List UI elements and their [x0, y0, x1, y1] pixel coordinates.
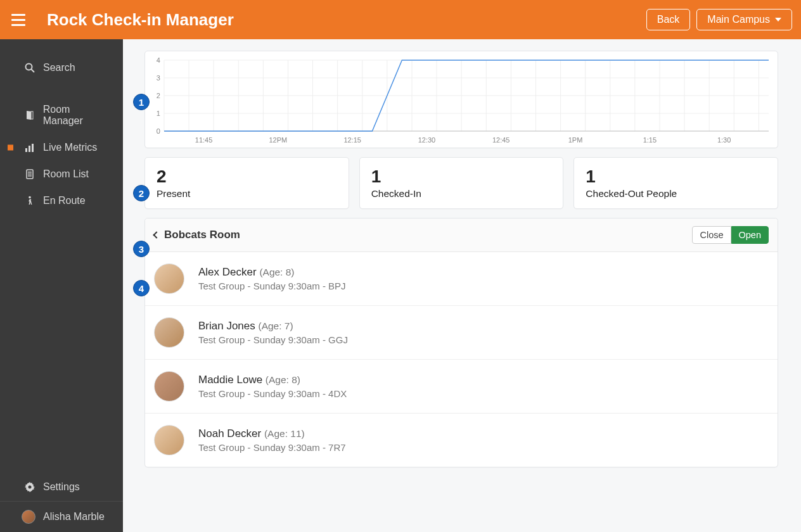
avatar: [154, 317, 184, 348]
campus-dropdown-label: Main Campus: [707, 14, 770, 25]
stat-label: Checked-In: [371, 188, 552, 200]
room-card: Bobcats Room Close Open Alex Decker (Age…: [144, 218, 778, 467]
sidebar-item-label: Live Metrics: [43, 142, 97, 153]
stat-value: 1: [586, 167, 766, 187]
stat-card[interactable]: 1Checked-In: [359, 157, 564, 209]
svg-text:2: 2: [157, 92, 160, 99]
close-button-label: Close: [700, 230, 723, 240]
svg-rect-4: [29, 146, 30, 152]
sidebar: Search Room Manager Live Metrics Room Li…: [0, 39, 123, 532]
svg-text:11:45: 11:45: [195, 136, 212, 144]
svg-text:12:15: 12:15: [343, 136, 361, 144]
step-badge-4: 4: [133, 280, 150, 296]
back-button[interactable]: Back: [646, 9, 691, 30]
person-row[interactable]: Brian Jones (Age: 7)Test Group - Sunday …: [145, 305, 778, 359]
person-detail: Test Group - Sunday 9:30am - 7R7: [198, 442, 346, 453]
svg-rect-5: [32, 144, 34, 152]
chart-card: 01234 11:4512PM12:1512:3012:451PM1:151:3…: [144, 51, 778, 148]
sidebar-item-label: En Route: [43, 195, 86, 206]
sidebar-search-label: Search: [43, 62, 75, 73]
person-name: Noah Decker (Age: 11): [198, 428, 346, 440]
step-badge-2: 2: [133, 185, 150, 201]
sidebar-item-label: Room Manager: [43, 104, 112, 127]
campus-dropdown[interactable]: Main Campus: [696, 9, 792, 30]
person-detail: Test Group - Sunday 9:30am - GGJ: [198, 334, 348, 345]
gear-icon: [24, 482, 35, 492]
person-detail: Test Group - Sunday 9:30am - 4DX: [198, 388, 347, 399]
svg-text:1:30: 1:30: [717, 136, 731, 144]
sidebar-settings[interactable]: Settings: [0, 473, 123, 501]
svg-text:12:45: 12:45: [492, 136, 509, 144]
svg-point-10: [29, 196, 31, 199]
back-button-label: Back: [657, 14, 680, 25]
svg-rect-3: [25, 148, 27, 152]
person-age: (Age: 8): [266, 374, 300, 385]
menu-icon[interactable]: [9, 11, 28, 28]
sidebar-item-room-manager[interactable]: Room Manager: [0, 96, 123, 134]
sidebar-item-en-route[interactable]: En Route: [0, 187, 123, 214]
svg-point-11: [29, 486, 32, 489]
sidebar-item-live-metrics[interactable]: Live Metrics: [0, 134, 123, 161]
svg-text:1:15: 1:15: [643, 136, 657, 144]
room-list-icon: [24, 169, 35, 179]
avatar: [22, 510, 35, 524]
sidebar-search[interactable]: Search: [0, 54, 123, 96]
search-icon: [24, 63, 35, 73]
open-button-label: Open: [739, 230, 761, 240]
svg-text:1: 1: [157, 110, 160, 117]
step-badge-3: 3: [133, 241, 150, 257]
svg-text:12PM: 12PM: [269, 136, 288, 144]
main-content: 1 2 3 4 01234 11:4512PM12:1512:3012:451P…: [123, 39, 801, 532]
stat-value: 1: [371, 167, 552, 187]
step-badge-1: 1: [133, 94, 150, 110]
svg-point-0: [26, 64, 32, 70]
svg-rect-8: [28, 174, 32, 175]
person-age: (Age: 11): [264, 428, 305, 439]
person-row[interactable]: Noah Decker (Age: 11)Test Group - Sunday…: [145, 413, 778, 467]
room-status-toggle: Close Open: [692, 226, 769, 244]
svg-rect-2: [31, 111, 33, 119]
header-bar: Rock Check-in Manager Back Main Campus: [0, 0, 801, 39]
stat-value: 2: [157, 167, 337, 187]
app-title: Rock Check-in Manager: [47, 10, 234, 30]
svg-text:4: 4: [157, 58, 160, 64]
person-age: (Age: 8): [259, 267, 294, 277]
person-name: Brian Jones (Age: 7): [198, 320, 348, 332]
person-detail: Test Group - Sunday 9:30am - BPJ: [198, 281, 346, 291]
person-row[interactable]: Maddie Lowe (Age: 8)Test Group - Sunday …: [145, 359, 778, 413]
line-chart: 01234 11:4512PM12:1512:3012:451PM1:151:3…: [151, 58, 771, 146]
sidebar-item-room-list[interactable]: Room List: [0, 161, 123, 187]
svg-text:1PM: 1PM: [568, 136, 583, 144]
open-button[interactable]: Open: [731, 226, 769, 244]
stats-row: 2Present1Checked-In1Checked-Out People: [144, 157, 778, 209]
sidebar-user[interactable]: Alisha Marble: [0, 501, 123, 532]
room-back[interactable]: Bobcats Room: [154, 229, 240, 241]
close-button[interactable]: Close: [692, 226, 731, 244]
people-list: Alex Decker (Age: 8)Test Group - Sunday …: [145, 252, 778, 467]
person-name: Alex Decker (Age: 8): [198, 266, 346, 279]
person-name: Maddie Lowe (Age: 8): [198, 374, 347, 386]
svg-rect-7: [28, 172, 32, 173]
svg-text:0: 0: [157, 127, 160, 135]
room-name: Bobcats Room: [164, 229, 240, 241]
avatar: [154, 371, 184, 402]
room-manager-icon: [24, 110, 35, 120]
person-age: (Age: 7): [259, 320, 293, 331]
en-route-icon: [24, 196, 35, 206]
sidebar-item-label: Room List: [43, 168, 89, 180]
stat-card[interactable]: 1Checked-Out People: [574, 157, 778, 209]
svg-text:12:30: 12:30: [418, 136, 435, 144]
svg-text:3: 3: [157, 74, 160, 82]
person-row[interactable]: Alex Decker (Age: 8)Test Group - Sunday …: [145, 252, 778, 305]
stat-label: Present: [157, 188, 337, 200]
avatar: [154, 263, 184, 294]
avatar: [154, 425, 184, 455]
svg-rect-9: [28, 175, 32, 177]
sidebar-settings-label: Settings: [43, 481, 80, 493]
live-metrics-icon: [24, 142, 35, 153]
svg-line-1: [32, 70, 35, 73]
chevron-down-icon: [775, 18, 781, 22]
stat-label: Checked-Out People: [586, 188, 766, 200]
sidebar-user-label: Alisha Marble: [43, 511, 105, 522]
stat-card[interactable]: 2Present: [144, 157, 349, 209]
